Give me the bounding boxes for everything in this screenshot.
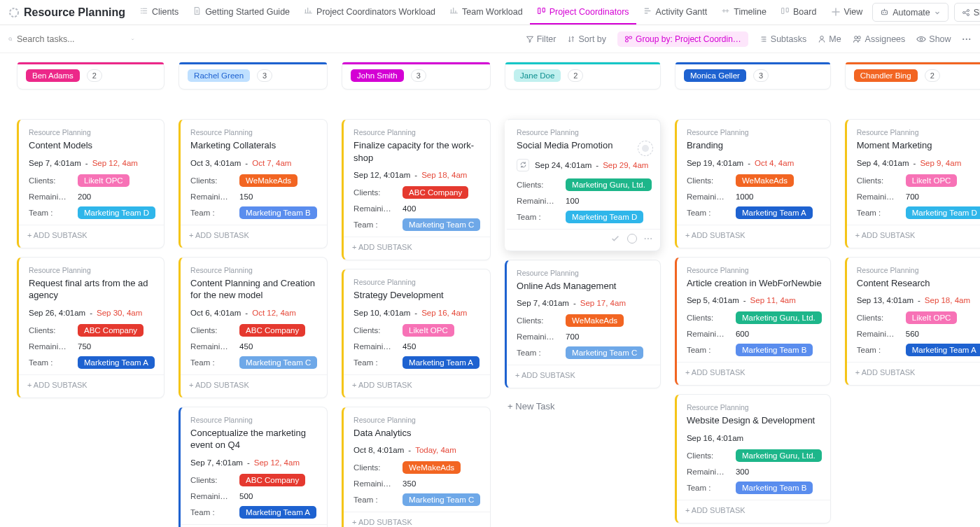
team-tag[interactable]: Marketing Team D <box>566 211 643 223</box>
team-tag[interactable]: Marketing Team A <box>736 206 813 219</box>
client-tag[interactable]: LikeIt OPC <box>906 174 958 187</box>
add-subtask-button[interactable]: + ADD SUBTASK <box>677 500 830 520</box>
view-tab[interactable]: Project Coordinators <box>530 1 636 24</box>
sort-button[interactable]: Sort by <box>567 34 606 44</box>
search-input[interactable] <box>17 34 127 44</box>
add-subtask-button[interactable]: + ADD SUBTASK <box>507 365 660 385</box>
field-label: Remaining … <box>190 342 232 351</box>
client-tag[interactable]: ABC Company <box>78 324 144 337</box>
chevron-down-icon[interactable] <box>131 35 134 43</box>
view-icon <box>537 6 546 17</box>
client-tag[interactable]: Marketing Guru, Ltd. <box>736 449 822 462</box>
view-tab[interactable]: Project Coordinators Workload <box>297 1 442 24</box>
team-tag[interactable]: Marketing Team A <box>906 344 980 356</box>
team-tag[interactable]: Marketing Team A <box>239 506 316 519</box>
team-tag[interactable]: Marketing Team B <box>239 206 316 219</box>
filter-button[interactable]: Filter <box>526 34 556 44</box>
view-icon <box>449 6 458 17</box>
view-tab[interactable]: Team Workload <box>442 1 530 24</box>
team-tag[interactable]: Marketing Team C <box>402 218 480 231</box>
task-card[interactable]: Resource Planning Branding Sep 19, 4:01a… <box>675 119 831 248</box>
column-header[interactable]: John Smith 3 <box>342 62 491 90</box>
new-task-button[interactable]: + New Task <box>505 397 661 416</box>
task-card[interactable]: Resource Planning Content Models Sep 7, … <box>17 119 164 248</box>
client-tag[interactable]: Marketing Guru, Ltd. <box>736 311 822 324</box>
automate-button[interactable]: Automate <box>872 3 948 22</box>
client-tag[interactable]: ABC Company <box>239 324 305 337</box>
add-subtask-button[interactable]: + ADD SUBTASK <box>344 237 490 257</box>
team-tag[interactable]: Marketing Team A <box>402 356 479 369</box>
team-tag[interactable]: Marketing Team C <box>566 346 643 359</box>
task-card[interactable]: Resource Planning Request final arts fro… <box>17 257 164 398</box>
client-tag[interactable]: LikeIt OPC <box>78 174 130 187</box>
task-card[interactable]: Resource Planning Finalize capacity for … <box>342 119 491 260</box>
task-card[interactable]: Resource Planning Article creation in We… <box>675 257 831 386</box>
assignee-placeholder-icon[interactable] <box>638 141 653 156</box>
assignees-button[interactable]: Assignees <box>853 34 906 44</box>
client-tag[interactable]: ABC Company <box>239 474 305 486</box>
task-card[interactable]: Resource Planning Content Planning and C… <box>178 257 328 398</box>
client-tag[interactable]: ABC Company <box>402 186 468 199</box>
client-tag[interactable]: WeMakeAds <box>566 314 624 327</box>
task-card[interactable]: Resource Planning Moment Marketing Sep 4… <box>845 119 980 248</box>
column-header[interactable]: Monica Geller 3 <box>675 62 831 90</box>
remaining-value: 450 <box>402 342 416 351</box>
team-tag[interactable]: Marketing Team A <box>78 356 155 369</box>
team-tag[interactable]: Marketing Team C <box>239 356 317 369</box>
client-tag[interactable]: LikeIt OPC <box>402 324 454 337</box>
task-card[interactable]: Resource Planning Website Design & Devel… <box>675 394 831 524</box>
add-view-button[interactable]: View <box>825 1 869 24</box>
task-card[interactable]: Resource Planning Marketing Collaterals … <box>178 119 328 248</box>
status-circle-icon[interactable] <box>627 234 637 244</box>
team-tag[interactable]: Marketing Team C <box>402 493 480 506</box>
more-menu-button[interactable]: ··· <box>962 34 972 44</box>
task-card[interactable]: Resource Planning Content Research Sep 1… <box>845 257 980 386</box>
group-by-button[interactable]: Group by: Project Coordin… <box>617 31 748 47</box>
client-tag[interactable]: WeMakeAds <box>239 174 298 187</box>
show-button[interactable]: Show <box>916 34 951 44</box>
column-header[interactable]: Jane Doe 2 <box>505 62 661 90</box>
svg-point-15 <box>820 36 824 39</box>
team-tag[interactable]: Marketing Team B <box>736 344 813 356</box>
add-subtask-button[interactable]: + ADD SUBTASK <box>677 362 830 382</box>
due-date: Today, 4am <box>415 446 456 454</box>
task-card[interactable]: Resource Planning Online Ads Management … <box>505 260 661 389</box>
view-tab[interactable]: Getting Started Guide <box>186 1 297 24</box>
view-tab[interactable]: Board <box>774 1 823 24</box>
team-tag[interactable]: Marketing Team D <box>78 206 155 219</box>
add-subtask-button[interactable]: + ADD SUBTASK <box>19 225 164 245</box>
add-subtask-button[interactable]: + ADD SUBTASK <box>181 374 327 395</box>
column-header[interactable]: Chandler Bing 2 <box>845 62 980 90</box>
add-subtask-button[interactable]: + ADD SUBTASK <box>181 225 327 245</box>
chevron-down-icon <box>934 9 941 16</box>
task-card[interactable]: Resource Planning Conceptualize the mark… <box>178 407 328 527</box>
add-subtask-button[interactable]: + ADD SUBTASK <box>181 524 327 527</box>
task-card[interactable]: Resource Planning Data Analytics Oct 8, … <box>342 407 491 527</box>
team-tag[interactable]: Marketing Team D <box>906 206 980 219</box>
client-tag[interactable]: WeMakeAds <box>402 461 461 474</box>
add-subtask-button[interactable]: + ADD SUBTASK <box>344 374 490 395</box>
task-card[interactable]: Resource Planning Strategy Development S… <box>342 269 491 398</box>
add-subtask-button[interactable]: + ADD SUBTASK <box>19 374 164 395</box>
board-column: John Smith 3 Resource Planning Finalize … <box>335 62 498 527</box>
view-tab[interactable]: Clients <box>132 1 186 24</box>
me-button[interactable]: Me <box>818 34 841 44</box>
view-tab[interactable]: Timeline <box>714 1 774 24</box>
task-card[interactable]: Resource Planning Social Media Promotion… <box>505 119 661 251</box>
subtasks-button[interactable]: Subtasks <box>760 34 806 44</box>
column-header[interactable]: Ben Adams 2 <box>17 62 164 90</box>
view-tab[interactable]: Activity Gantt <box>636 1 715 24</box>
client-tag[interactable]: Marketing Guru, Ltd. <box>566 178 652 191</box>
check-icon[interactable] <box>610 234 620 244</box>
add-subtask-button[interactable]: + ADD SUBTASK <box>344 512 490 527</box>
add-subtask-button[interactable]: + ADD SUBTASK <box>847 362 980 382</box>
more-icon[interactable]: ··· <box>644 234 653 244</box>
client-tag[interactable]: WeMakeAds <box>736 174 794 187</box>
client-tag[interactable]: LikeIt OPC <box>906 311 958 324</box>
add-subtask-button[interactable]: + ADD SUBTASK <box>847 225 980 245</box>
add-subtask-button[interactable]: + ADD SUBTASK <box>677 225 830 245</box>
team-tag[interactable]: Marketing Team B <box>736 482 813 494</box>
column-header[interactable]: Rachel Green 3 <box>178 62 328 90</box>
share-button[interactable]: Share <box>954 3 980 22</box>
due-date: Sep 18, 4am <box>925 296 970 304</box>
